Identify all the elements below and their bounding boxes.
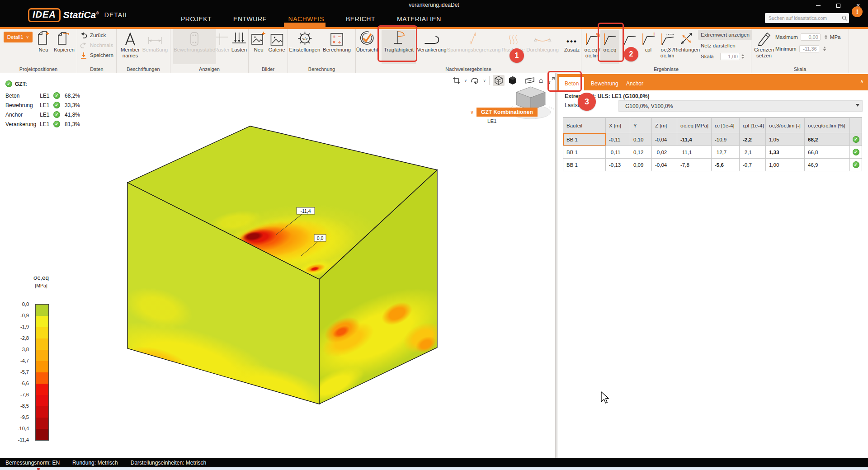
search-input[interactable] — [765, 15, 840, 21]
solid-view-button[interactable] — [508, 75, 518, 86]
rotate-tool-button[interactable] — [470, 75, 480, 86]
table-row[interactable]: BB 1-0,130,09-0,04-7,8-5,6-0,71,0046,9 — [563, 158, 862, 171]
calculation-button[interactable]: +−×÷ Berechnung — [323, 30, 351, 53]
column-header[interactable]: Z [m] — [652, 118, 677, 133]
menu-entwurf[interactable]: ENTWURF — [233, 15, 267, 23]
combination-label[interactable]: GZT Kombinationen — [476, 108, 538, 117]
group-anzeigen: Bewehrungsstäbe Raster Lasten Anzeigen — [170, 29, 249, 73]
home-view-button[interactable]: ⌂ — [538, 75, 544, 86]
svg-text:−: − — [338, 34, 341, 39]
settings-button[interactable]: </> Einstellungen — [289, 30, 320, 53]
maximize-button[interactable] — [828, 0, 848, 11]
overview-check-button[interactable]: Übersicht — [356, 30, 378, 53]
info-icon[interactable]: ! — [852, 6, 863, 17]
search-icon[interactable] — [840, 15, 849, 21]
table-cell: 1,33 — [766, 146, 805, 158]
stress-curve-dashed-icon — [660, 30, 675, 47]
column-header[interactable]: εpl [1e-4] — [740, 118, 766, 133]
search-box[interactable] — [765, 13, 849, 23]
deflection-button[interactable]: Durchbiegung — [526, 30, 559, 53]
table-cell: 0,12 — [630, 146, 652, 158]
letter-a-icon — [124, 30, 137, 47]
minimum-row: Minimum -11,36 — [775, 44, 829, 53]
table-cell: 66,8 — [805, 146, 850, 158]
svg-text:!: ! — [653, 33, 655, 37]
color-scale-legend: σc,eq [MPa] 0,0-0,9-1,9-2,8-3,8-4,7-5,7-… — [16, 274, 75, 288]
svg-text:</>: </> — [302, 37, 307, 41]
maximum-input[interactable]: 0,00 — [801, 33, 821, 41]
chevron-down-icon[interactable]: ∨ — [464, 79, 467, 83]
table-row[interactable]: BB 1-0,110,10-0,04-11,4-10,9-2,21,0568,2 — [563, 133, 862, 146]
menu-bericht[interactable]: BERICHT — [346, 15, 375, 23]
undo-button[interactable]: Zurück — [80, 31, 106, 40]
group-beschriftungen: Member names Bemaßung Beschriftungen — [117, 29, 170, 73]
chevron-down-icon[interactable]: ∨ — [483, 79, 486, 83]
column-header[interactable]: εc [1e-4] — [712, 118, 740, 133]
column-header[interactable] — [850, 118, 862, 133]
show-mesh-toggle[interactable]: Netz darstellen — [698, 41, 738, 51]
maximum-stepper[interactable] — [825, 35, 827, 39]
loads-display-button[interactable]: Lasten — [231, 30, 247, 53]
column-header[interactable]: Bauteil — [563, 118, 606, 133]
show-extreme-toggle[interactable]: Extremwert anzeigen — [698, 30, 752, 40]
tab-bewehrung[interactable]: Bewehrung — [585, 77, 624, 90]
project-item-dropdown[interactable]: Detail1∨ — [4, 32, 33, 42]
minimum-input[interactable]: -11,36 — [799, 45, 819, 52]
table-row[interactable]: BB 1-0,110,12-0,02-11,1-12,7-2,11,3366,8 — [563, 146, 862, 158]
menu-nachweis[interactable]: NACHWEIS — [288, 15, 324, 23]
redo-button[interactable]: Nochmals — [80, 41, 113, 50]
scale-stepper[interactable] — [741, 54, 744, 59]
menu-projekt[interactable]: PROJEKT — [181, 15, 212, 23]
extra-results-button[interactable]: ••• Zusatz — [564, 30, 580, 53]
scale-input[interactable]: 1,00 — [720, 53, 740, 60]
save-button[interactable]: Speichern — [80, 51, 113, 60]
stress-limit-button[interactable]: Spannungsbegrenzung — [447, 30, 501, 53]
column-header[interactable]: Y — [630, 118, 652, 133]
set-limits-button[interactable]: Grenzen setzen — [754, 30, 774, 59]
results-table-header-row: BauteilX [m]YZ [m]σc,eq [MPa]εc [1e-4]εp… — [563, 118, 862, 133]
legend-band — [36, 316, 48, 327]
table-cell: 68,2 — [805, 133, 850, 146]
copy-project-item-button[interactable]: Kopieren — [54, 30, 75, 53]
grid-icon — [215, 30, 229, 47]
column-header[interactable]: σc,eq/σc,lim [%] — [805, 118, 850, 133]
extreme-value-line: Extremwert: ULS: LE1 (G100,0%) — [565, 93, 649, 99]
minimum-stepper[interactable] — [823, 47, 826, 51]
menu-materialien[interactable]: MATERIALIEN — [397, 15, 441, 23]
tab-anchor[interactable]: Anchor — [621, 77, 649, 90]
grid-display-button[interactable]: Raster — [214, 30, 230, 53]
concrete-block-model[interactable]: -11,4 0,0 — [0, 73, 555, 458]
annotation-rect-sigma-eq — [598, 23, 624, 62]
eps-pl-button[interactable]: ! εpl — [641, 30, 656, 53]
legend-tick-label: -11,4 — [18, 437, 29, 442]
collapse-panel-icon[interactable]: ∧ — [860, 79, 863, 84]
directions-button[interactable]: Richtungen — [674, 30, 700, 53]
minimize-button[interactable] — [808, 0, 828, 11]
crop-tool-button[interactable] — [452, 75, 461, 86]
registered-mark: ® — [96, 11, 99, 15]
new-image-button[interactable]: Neu — [251, 30, 266, 53]
load-step-select[interactable]: G100,0%, V100,0% — [618, 100, 863, 112]
column-header[interactable]: σc,eq [MPa] — [677, 118, 712, 133]
rebar-display-button[interactable]: Bewehrungsstäbe — [174, 30, 215, 53]
gallery-button[interactable]: Galerie — [268, 30, 285, 53]
sigma-c3-ratio-button[interactable]: σc,3 / σc,lim — [660, 30, 675, 59]
column-header[interactable]: σc,3/σc,lim [-] — [766, 118, 805, 133]
load-case-label[interactable]: LE1 — [487, 118, 496, 124]
anchorage-check-button[interactable]: Verankerung — [417, 30, 446, 53]
maximize-icon — [836, 4, 840, 8]
wireframe-view-button[interactable] — [493, 75, 505, 86]
dimension-button[interactable]: Bemaßung — [142, 30, 168, 53]
svg-text:×: × — [333, 39, 335, 45]
table-cell: -10,9 — [712, 133, 740, 146]
section-view-button[interactable] — [524, 75, 535, 86]
new-project-item-button[interactable]: Neu — [37, 30, 50, 53]
member-names-button[interactable]: Member names — [121, 30, 140, 59]
statica-logo: StatiCa® — [63, 9, 99, 20]
3d-viewport[interactable]: -11,4 0,0 — [0, 73, 555, 458]
maximum-unit: MPa — [830, 34, 841, 40]
column-header[interactable]: X [m] — [606, 118, 630, 133]
combination-selector[interactable]: ∨ GZT Kombinationen — [470, 108, 538, 117]
table-cell: -0,13 — [606, 159, 630, 171]
group-berechnung: </> Einstellungen +−×÷ Berechnung Berech… — [288, 29, 356, 73]
